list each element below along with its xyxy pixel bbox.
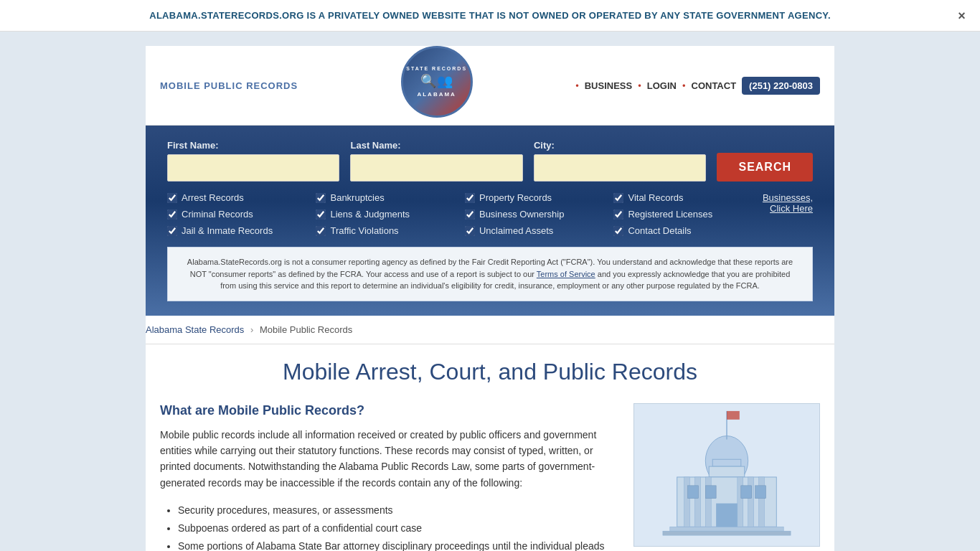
businesses-line1: Businesses, (763, 192, 813, 203)
checkbox-jail-inmate-records: Jail & Inmate Records (167, 225, 316, 236)
checkbox-contact-details: Contact Details (613, 225, 762, 236)
nav-dot: • (575, 80, 579, 91)
svg-rect-17 (755, 485, 766, 498)
checkbox-col-1: Arrest Records Criminal Records Jail & I… (167, 192, 316, 236)
building-image (633, 403, 820, 547)
checkbox-property-records: Property Records (465, 192, 613, 203)
svg-rect-3 (709, 466, 745, 477)
content-area: Mobile Arrest, Court, and Public Records… (146, 344, 834, 552)
checkbox-col-2: Bankruptcies Liens & Judgments Traffic V… (316, 192, 464, 236)
city-field: City: (534, 140, 706, 182)
svg-rect-14 (688, 485, 699, 498)
svg-rect-11 (670, 527, 783, 531)
logo-area: STATE RECORDS 🔍👥 ALABAMA (401, 53, 473, 118)
checkbox-bankruptcies-input[interactable] (316, 193, 326, 203)
checkbox-traffic-violations: Traffic Violations (316, 225, 464, 236)
breadcrumb-separator: › (250, 324, 253, 335)
disclaimer-text: Alabama.StateRecords.org is not a consum… (187, 258, 793, 290)
checkbox-property-records-input[interactable] (465, 193, 475, 203)
disclaimer-box: Alabama.StateRecords.org is not a consum… (167, 247, 813, 301)
svg-rect-6 (694, 476, 700, 526)
svg-rect-19 (727, 410, 740, 419)
checkbox-arrest-records: Arrest Records (167, 192, 316, 203)
logo-text-bottom: ALABAMA (417, 91, 456, 98)
site-title: MOBILE PUBLIC RECORDS (160, 80, 298, 91)
site-header: MOBILE PUBLIC RECORDS STATE RECORDS 🔍👥 A… (146, 46, 834, 126)
page-main-title: Mobile Arrest, Court, and Public Records (146, 359, 834, 385)
svg-rect-8 (738, 476, 743, 526)
checkbox-vital-records: Vital Records (613, 192, 762, 203)
bullet-list: Security procedures, measures, or assess… (160, 501, 612, 551)
logo-icons: 🔍👥 (420, 73, 453, 89)
list-item: Subpoenas ordered as part of a confident… (178, 519, 612, 537)
checkbox-arrest-records-input[interactable] (167, 193, 177, 203)
breadcrumb-parent[interactable]: Alabama State Records (146, 324, 244, 335)
checkbox-business-ownership: Business Ownership (465, 209, 613, 220)
nav-contact[interactable]: CONTACT (692, 80, 737, 91)
svg-rect-2 (712, 459, 741, 466)
close-icon[interactable]: × (958, 8, 966, 23)
checkbox-business-ownership-input[interactable] (465, 209, 475, 220)
first-name-label: First Name: (167, 140, 339, 151)
checkbox-criminal-records: Criminal Records (167, 209, 316, 220)
checkbox-registered-licenses-label: Registered Licenses (628, 209, 712, 220)
checkbox-liens-judgments: Liens & Judgments (316, 209, 464, 220)
notification-banner: ALABAMA.STATERECORDS.ORG IS A PRIVATELY … (0, 0, 980, 32)
banner-text: ALABAMA.STATERECORDS.ORG IS A PRIVATELY … (149, 10, 831, 21)
first-name-field: First Name: (167, 140, 339, 182)
last-name-input[interactable] (350, 154, 522, 182)
section-subtitle: What are Mobile Public Records? (160, 403, 612, 418)
text-content: What are Mobile Public Records? Mobile p… (160, 403, 612, 552)
city-input[interactable] (534, 154, 706, 182)
list-item: Security procedures, measures, or assess… (178, 501, 612, 519)
phone-badge[interactable]: (251) 220-0803 (742, 77, 820, 95)
svg-rect-7 (705, 476, 711, 526)
sidebar-image: Mobile (633, 403, 820, 552)
checkbox-bankruptcies: Bankruptcies (316, 192, 464, 203)
checkbox-unclaimed-assets: Unclaimed Assets (465, 225, 613, 236)
svg-rect-5 (684, 476, 690, 526)
nav-login[interactable]: LOGIN (647, 80, 677, 91)
checkbox-registered-licenses-input[interactable] (613, 209, 623, 220)
checkbox-business-ownership-label: Business Ownership (479, 209, 565, 220)
svg-rect-16 (741, 485, 752, 498)
businesses-click-here-link[interactable]: Businesses, Click Here (763, 192, 813, 214)
city-label: City: (534, 140, 706, 151)
nav-business[interactable]: BUSINESS (585, 80, 632, 91)
checkbox-liens-judgments-input[interactable] (316, 209, 326, 220)
main-container: MOBILE PUBLIC RECORDS STATE RECORDS 🔍👥 A… (146, 46, 834, 551)
checkbox-registered-licenses: Registered Licenses (613, 209, 762, 220)
checkbox-property-records-label: Property Records (479, 192, 552, 203)
search-button[interactable]: SEARCH (717, 153, 813, 182)
checkbox-traffic-violations-input[interactable] (316, 226, 326, 236)
breadcrumb: Alabama State Records › Mobile Public Re… (146, 316, 834, 344)
search-form: First Name: Last Name: City: SEARCH (167, 140, 813, 182)
svg-rect-13 (716, 503, 738, 527)
checkbox-unclaimed-assets-label: Unclaimed Assets (479, 225, 553, 236)
list-item: Some portions of Alabama State Bar attor… (178, 537, 612, 551)
checkbox-arrest-records-label: Arrest Records (182, 192, 244, 203)
checkbox-unclaimed-assets-input[interactable] (465, 226, 475, 236)
businesses-line2: Click Here (770, 203, 813, 214)
checkbox-vital-records-input[interactable] (613, 193, 623, 203)
svg-rect-12 (663, 531, 791, 535)
search-section: First Name: Last Name: City: SEARCH (146, 126, 834, 316)
last-name-field: Last Name: (350, 140, 522, 182)
checkbox-vital-records-label: Vital Records (628, 192, 683, 203)
svg-rect-10 (759, 476, 765, 526)
checkbox-criminal-records-input[interactable] (167, 209, 177, 220)
nav-dot: • (682, 80, 686, 91)
checkbox-contact-details-input[interactable] (613, 226, 623, 236)
checkbox-col-4: Vital Records Registered Licenses Contac… (613, 192, 762, 236)
checkbox-bankruptcies-label: Bankruptcies (330, 192, 384, 203)
svg-rect-9 (748, 476, 754, 526)
tos-link[interactable]: Terms of Service (537, 270, 595, 278)
checkbox-traffic-violations-label: Traffic Violations (330, 225, 398, 236)
checkbox-jail-inmate-records-input[interactable] (167, 226, 177, 236)
first-name-input[interactable] (167, 154, 339, 182)
checkbox-criminal-records-label: Criminal Records (182, 209, 253, 220)
record-types-checkboxes: Arrest Records Criminal Records Jail & I… (167, 192, 813, 236)
nav-dot: • (638, 80, 641, 91)
logo-text-top: STATE RECORDS (406, 66, 467, 71)
checkbox-jail-inmate-records-label: Jail & Inmate Records (182, 225, 273, 236)
